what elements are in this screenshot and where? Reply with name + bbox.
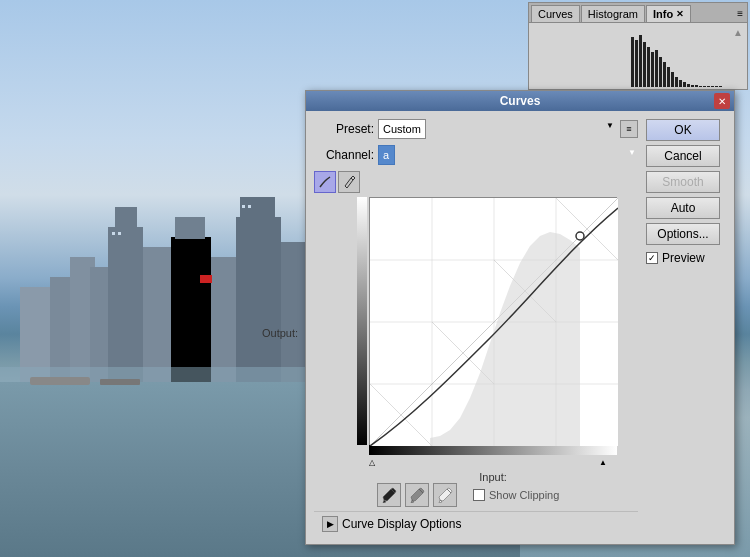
svg-rect-27: [635, 40, 638, 87]
histogram-chart: [531, 32, 731, 87]
input-label: Input:: [369, 471, 617, 483]
preset-select[interactable]: Custom: [378, 119, 426, 139]
svg-rect-35: [667, 67, 670, 87]
svg-rect-37: [675, 77, 678, 87]
histogram-content: ▲: [529, 23, 747, 89]
svg-rect-7: [171, 237, 211, 387]
curve-display-label: Curve Display Options: [342, 517, 461, 531]
curves-svg: [370, 198, 618, 446]
gradient-bar-vertical: [357, 197, 367, 445]
curve-display-expand-btn[interactable]: ▶: [322, 516, 338, 532]
svg-rect-44: [703, 86, 706, 87]
input-row: Input:: [369, 471, 617, 483]
dialog-left: Preset: Custom ≡ Channel: a: [314, 119, 638, 536]
eyedropper-group: [377, 483, 457, 507]
dialog-close-btn[interactable]: ✕: [714, 93, 730, 109]
black-eyedropper-btn[interactable]: [377, 483, 401, 507]
svg-rect-46: [711, 86, 714, 87]
canvas-container: [369, 197, 638, 445]
show-clipping-checkbox[interactable]: [473, 489, 485, 501]
svg-rect-11: [240, 197, 275, 219]
preview-row: ✓ Preview: [646, 251, 726, 265]
tab-info[interactable]: Info ✕: [646, 5, 691, 22]
channel-row: Channel: a: [314, 145, 638, 165]
cancel-button[interactable]: Cancel: [646, 145, 720, 167]
dialog-title: Curves: [500, 94, 541, 108]
preset-select-wrapper: Custom: [378, 119, 616, 139]
svg-rect-41: [691, 85, 694, 87]
smooth-button[interactable]: Smooth: [646, 171, 720, 193]
white-eyedropper-btn[interactable]: [433, 483, 457, 507]
preview-label: Preview: [662, 251, 705, 265]
slider-row: △ ▲: [369, 455, 617, 469]
svg-rect-6: [143, 247, 171, 387]
preview-checkbox[interactable]: ✓: [646, 252, 658, 264]
top-panel: Curves Histogram Info ✕ ≡ ▲: [528, 2, 748, 90]
svg-rect-39: [683, 82, 686, 87]
svg-rect-23: [242, 205, 245, 208]
svg-rect-45: [707, 86, 710, 87]
histogram-warning: ▲: [733, 27, 743, 38]
svg-rect-21: [112, 232, 115, 235]
dialog-body: Preset: Custom ≡ Channel: a: [306, 111, 734, 544]
channel-select-wrapper: a: [378, 145, 638, 165]
svg-rect-22: [118, 232, 121, 235]
svg-rect-26: [631, 37, 634, 87]
svg-rect-10: [236, 217, 281, 387]
channel-label: Channel:: [314, 148, 374, 162]
tab-navigator[interactable]: Curves: [531, 5, 580, 22]
svg-rect-24: [248, 205, 251, 208]
svg-rect-31: [651, 52, 654, 87]
svg-rect-38: [679, 80, 682, 87]
curve-tool-btn[interactable]: [314, 171, 336, 193]
show-clipping-label: Show Clipping: [489, 489, 559, 501]
white-eyedropper-icon: [437, 487, 453, 503]
preset-row: Preset: Custom ≡: [314, 119, 638, 139]
curves-canvas-wrap[interactable]: [369, 197, 617, 445]
preset-label: Preset:: [314, 122, 374, 136]
svg-rect-40: [687, 84, 690, 87]
svg-rect-28: [639, 35, 642, 87]
dialog-right: OK Cancel Smooth Auto Options... ✓ Previ…: [646, 119, 726, 536]
pencil-tool-btn[interactable]: [338, 171, 360, 193]
auto-button[interactable]: Auto: [646, 197, 720, 219]
slider-right-arrow[interactable]: ▲: [599, 458, 607, 467]
svg-rect-32: [655, 50, 658, 87]
gray-eyedropper-icon: [409, 487, 425, 503]
svg-rect-5: [115, 207, 137, 227]
svg-rect-4: [108, 227, 143, 387]
svg-rect-43: [699, 86, 702, 87]
preset-menu-btn[interactable]: ≡: [620, 120, 638, 138]
slider-left-arrow[interactable]: △: [369, 458, 375, 467]
tab-histogram[interactable]: Histogram: [581, 5, 645, 22]
svg-rect-34: [663, 62, 666, 87]
panel-tabs: Curves Histogram Info ✕ ≡: [529, 3, 747, 23]
svg-rect-42: [695, 85, 698, 87]
options-button[interactable]: Options...: [646, 223, 720, 245]
output-label: Output:: [262, 327, 298, 339]
pencil-icon: [342, 175, 356, 189]
svg-rect-29: [643, 42, 646, 87]
svg-rect-8: [175, 217, 205, 239]
curve-icon: [318, 175, 332, 189]
svg-rect-47: [715, 86, 718, 87]
svg-rect-25: [200, 275, 212, 283]
svg-rect-33: [659, 57, 662, 87]
tab-info-close[interactable]: ✕: [676, 9, 684, 19]
panel-menu-btn[interactable]: ≡: [735, 6, 745, 21]
svg-rect-48: [719, 86, 722, 87]
curves-dialog: Curves ✕ Preset: Custom ≡ Channel:: [305, 90, 735, 545]
svg-rect-36: [671, 72, 674, 87]
black-eyedropper-icon: [381, 487, 397, 503]
svg-rect-30: [647, 47, 650, 87]
gray-eyedropper-btn[interactable]: [405, 483, 429, 507]
dialog-titlebar: Curves ✕: [306, 91, 734, 111]
curves-area: Output:: [314, 197, 638, 469]
svg-point-61: [576, 232, 584, 240]
channel-select[interactable]: a: [378, 145, 395, 165]
gradient-bar-horizontal: [369, 445, 617, 455]
tool-row: [314, 171, 638, 193]
show-clipping-row: Show Clipping: [473, 489, 559, 501]
curve-display-row: ▶ Curve Display Options: [314, 511, 638, 536]
ok-button[interactable]: OK: [646, 119, 720, 141]
